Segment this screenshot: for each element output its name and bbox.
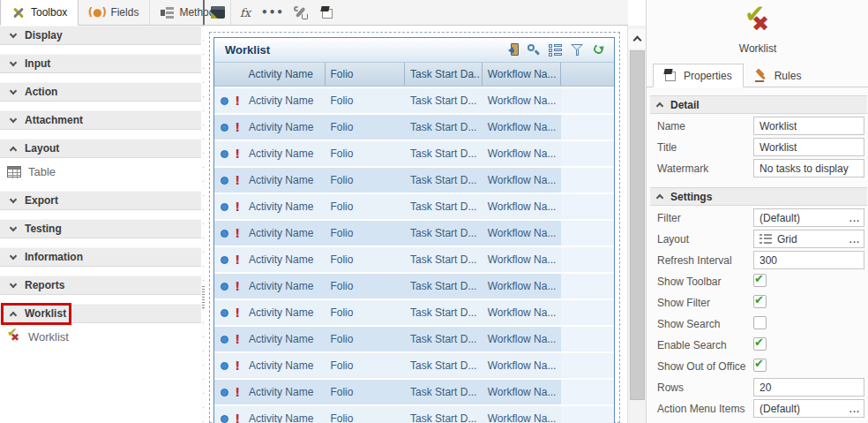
- worklist-cell-text: Activity Name: [249, 174, 313, 186]
- worklist-cell-text: Workflow Na...: [488, 306, 557, 319]
- worklist-row: !Activity NameFolioTask Start D...Workfl…: [214, 300, 614, 325]
- worklist-cell: Workflow Na...: [483, 247, 562, 272]
- sidebar-section-information[interactable]: Information: [0, 247, 201, 267]
- name-input[interactable]: Worklist: [753, 117, 864, 135]
- column-header-workflow-na-[interactable]: Workflow Na...: [483, 63, 562, 86]
- property-label: Enable Search: [657, 339, 727, 351]
- sidebar-section-layout[interactable]: Layout: [0, 139, 201, 158]
- toolbox-item-worklist[interactable]: ✔✖Worklist: [0, 326, 201, 347]
- worklist-cell-text: Folio: [330, 121, 353, 133]
- picker-ellipsis-button[interactable]: ...: [849, 234, 860, 245]
- refresh-icon[interactable]: [592, 42, 607, 57]
- toolbox-item-table[interactable]: Table: [0, 161, 201, 182]
- property-label: Action Menu Items: [657, 403, 745, 415]
- worklist-control[interactable]: Worklist Activity NameFolioTask Start Da…: [213, 37, 615, 423]
- search-icon[interactable]: [526, 42, 541, 57]
- tab-toolbox[interactable]: Toolbox: [0, 0, 79, 26]
- filter-picker[interactable]: (Default)...: [753, 208, 864, 227]
- worklist-cell-text: Workflow Na...: [488, 227, 557, 239]
- sidebar-section-action[interactable]: Action: [0, 82, 201, 102]
- worklist-cell: Workflow Na...: [483, 194, 562, 219]
- sidebar-section-display[interactable]: Display: [0, 26, 201, 45]
- sidebar-section-label: Export: [25, 194, 58, 207]
- sidebar-section-label: Worklist: [25, 307, 66, 320]
- tab-rules[interactable]: Rules: [744, 64, 812, 87]
- column-header-label: Folio: [331, 68, 354, 80]
- chevron-down-icon: [10, 30, 17, 37]
- property-row-watermark: WatermarkNo tasks to display: [647, 158, 868, 179]
- worklist-cell: Folio: [325, 115, 405, 140]
- ellipsis-icon[interactable]: •••: [265, 4, 281, 20]
- action-menu-items-picker[interactable]: (Default)...: [753, 399, 864, 418]
- worklist-row: !Activity NameFolioTask Start D...Workfl…: [214, 406, 614, 423]
- title-input[interactable]: Worklist: [753, 138, 864, 156]
- worklist-cell-text: Workflow Na...: [488, 386, 557, 398]
- chevron-down-icon: [10, 58, 17, 65]
- show-search-checkbox[interactable]: [753, 316, 767, 329]
- show-filter-checkbox[interactable]: ✔: [753, 295, 767, 308]
- show-toolbar-checkbox[interactable]: ✔: [753, 274, 767, 287]
- tab-properties[interactable]: Properties: [653, 64, 744, 87]
- refresh-interval-input[interactable]: 300: [753, 251, 864, 269]
- fx-expression-icon[interactable]: fx: [237, 4, 253, 20]
- scrollbar-thumb[interactable]: [630, 50, 645, 400]
- worklist-cell-text: Workflow Na...: [488, 174, 557, 186]
- tab-fields[interactable]: (●) Fields: [79, 0, 150, 25]
- section-header-detail[interactable]: Detail: [650, 95, 867, 114]
- property-value: Worklist: [760, 120, 860, 132]
- worklist-cell: Folio: [325, 274, 405, 298]
- scrollbar-up-button[interactable]: [628, 29, 647, 49]
- sidebar-section-export[interactable]: Export: [0, 191, 201, 210]
- column-header-empty[interactable]: [561, 63, 614, 86]
- sidebar-section-input[interactable]: Input: [0, 54, 201, 73]
- property-value: 20: [760, 381, 860, 394]
- status-dot-icon: [221, 177, 228, 185]
- property-row-show-toolbar: Show Toolbar✔: [647, 271, 868, 292]
- property-label: Filter: [657, 212, 681, 224]
- show-out-of-office-checkbox[interactable]: ✔: [753, 359, 767, 372]
- column-header-activity-name[interactable]: Activity Name: [214, 63, 326, 86]
- worklist-cell: Folio: [325, 194, 405, 219]
- layout-picker[interactable]: Grid...: [753, 230, 864, 248]
- column-header-folio[interactable]: Folio: [326, 63, 406, 86]
- filter-icon[interactable]: [570, 42, 585, 57]
- chevron-down-icon: [10, 195, 17, 202]
- property-row-title: TitleWorklist: [647, 137, 868, 158]
- watermark-input[interactable]: No tasks to display: [753, 159, 864, 178]
- paste-icon[interactable]: [319, 4, 335, 20]
- sidebar-section-reports[interactable]: Reports: [0, 276, 201, 295]
- enable-search-checkbox[interactable]: ✔: [753, 337, 767, 351]
- worklist-cell-text: Folio: [330, 386, 353, 398]
- out-of-office-icon[interactable]: [504, 42, 519, 57]
- layout-editor-icon[interactable]: [210, 4, 226, 20]
- property-label: Rows: [657, 381, 684, 394]
- sidebar-section-testing[interactable]: Testing: [0, 219, 201, 238]
- column-header-task-start-da-[interactable]: Task Start Da..: [405, 63, 483, 86]
- worklist-cell-text: Folio: [330, 94, 353, 107]
- picker-ellipsis-button[interactable]: ...: [849, 404, 860, 414]
- section-header-settings[interactable]: Settings: [650, 187, 867, 206]
- worklist-cell: Workflow Na...: [483, 353, 562, 378]
- worklist-cell-text: Folio: [330, 280, 353, 292]
- worklist-cell-text: Task Start D...: [410, 94, 476, 107]
- priority-exclamation-icon: !: [235, 147, 249, 161]
- design-canvas[interactable]: Worklist Activity NameFolioTask Start Da…: [206, 26, 627, 423]
- property-label: Show Filter: [657, 297, 710, 309]
- rows-input[interactable]: 20: [753, 378, 864, 397]
- worklist-cell: Task Start D...: [405, 247, 483, 272]
- sidebar-section-worklist[interactable]: Worklist: [0, 304, 201, 323]
- list-view-icon[interactable]: [548, 42, 563, 57]
- worklist-cell: [561, 221, 614, 245]
- worklist-cell-text: Workflow Na...: [488, 147, 557, 160]
- worklist-cell: !Activity Name: [214, 194, 325, 219]
- property-label: Show Toolbar: [657, 276, 722, 288]
- worklist-cell: Folio: [325, 247, 405, 272]
- picker-ellipsis-button[interactable]: ...: [849, 213, 860, 223]
- worklist-cell: Workflow Na...: [483, 380, 562, 404]
- worklist-cell-text: Activity Name: [249, 359, 313, 372]
- canvas-scrollbar[interactable]: [627, 26, 646, 423]
- configure-tools-icon[interactable]: [292, 4, 308, 20]
- worklist-cell-text: Workflow Na...: [488, 200, 557, 213]
- fields-icon: (●): [89, 4, 105, 20]
- sidebar-section-attachment[interactable]: Attachment: [0, 110, 201, 130]
